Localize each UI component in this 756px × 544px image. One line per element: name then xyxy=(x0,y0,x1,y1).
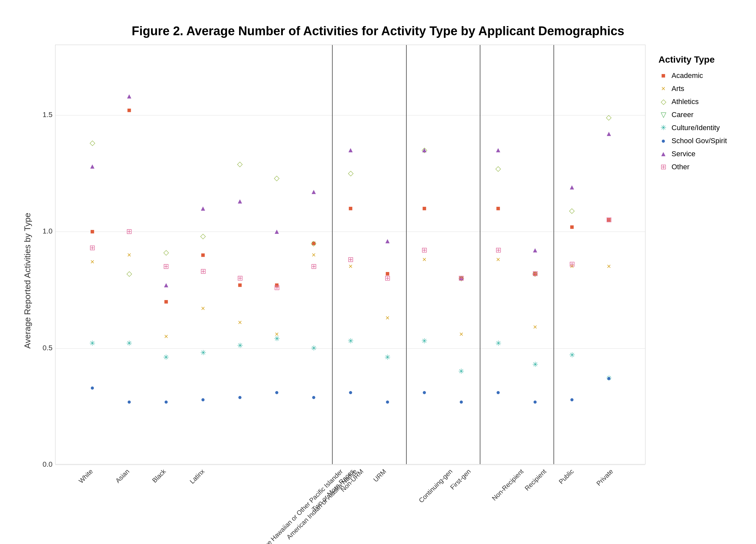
data-point-academic: ■ xyxy=(238,281,242,289)
legend-symbol: ⊞ xyxy=(658,163,668,171)
legend-title: Activity Type xyxy=(658,54,730,65)
data-point-schoolgov: ● xyxy=(275,389,279,396)
data-point-athletics: ◇ xyxy=(569,207,575,214)
data-point-schoolgov: ● xyxy=(385,398,389,405)
y-tick-label: 0.5 xyxy=(42,344,53,352)
data-point-service: ▲ xyxy=(273,228,280,235)
data-point-academic: ■ xyxy=(570,223,574,231)
data-point-service: ▲ xyxy=(126,93,133,100)
data-point-service: ▲ xyxy=(200,205,207,212)
data-point-academic: ■ xyxy=(90,228,94,235)
x-tick-label-recipient: Recipient xyxy=(523,468,548,492)
data-point-service: ▲ xyxy=(568,184,576,191)
legend-symbol: ● xyxy=(658,137,668,145)
legend-item: ▽Career xyxy=(658,111,730,119)
data-point-arts: × xyxy=(311,251,316,259)
data-point-athletics: ◇ xyxy=(495,165,501,172)
data-point-culture: ✳ xyxy=(311,345,317,352)
data-point-other: ⊞ xyxy=(237,275,243,282)
data-point-other: ⊞ xyxy=(421,247,427,254)
data-point-arts: × xyxy=(90,258,95,265)
data-point-athletics: ◇ xyxy=(606,114,612,121)
figure-container: Figure 2. Average Number of Activities f… xyxy=(19,14,737,530)
data-point-service: ▲ xyxy=(421,146,428,154)
data-point-academic: ■ xyxy=(348,205,353,212)
data-point-culture: ✳ xyxy=(126,340,132,347)
data-point-arts: × xyxy=(201,305,205,312)
plot-area: ■×◇✳●▲⊞■×◇✳●▲⊞■×◇✳●▲⊞■×◇✳●▲⊞■×◇✳●▲⊞■×◇✳●… xyxy=(55,45,645,464)
x-tick-label-white: White xyxy=(77,468,94,485)
legend: Activity Type■Academic×Arts◇Athletics▽Ca… xyxy=(652,45,737,517)
chart-with-yaxis: Average Reported Activities by Type 0.00… xyxy=(19,45,652,517)
data-point-schoolgov: ● xyxy=(311,394,316,401)
data-point-service: ▲ xyxy=(495,146,502,154)
data-point-culture: ✳ xyxy=(385,354,390,361)
data-point-schoolgov: ● xyxy=(164,398,168,405)
x-tick-label-nonrecipient: Non-Recipient xyxy=(491,468,525,502)
x-tick-label-public: Public xyxy=(557,468,575,486)
data-point-academic: ■ xyxy=(496,205,500,212)
y-tick-labels: 0.00.51.01.5 xyxy=(36,45,55,464)
data-point-schoolgov: ● xyxy=(201,396,205,403)
data-point-culture: ✳ xyxy=(163,354,169,361)
data-point-culture: ✳ xyxy=(495,340,501,347)
data-point-athletics: ◇ xyxy=(311,240,316,247)
data-point-arts: × xyxy=(238,319,242,326)
legend-label: Other xyxy=(672,163,689,171)
legend-item: ●School Gov/Spirit xyxy=(658,137,730,145)
x-tick-label-private: Private xyxy=(595,468,614,487)
data-point-other: ⊞ xyxy=(458,275,464,282)
legend-label: Academic xyxy=(672,71,703,80)
chart-area: Average Reported Activities by Type 0.00… xyxy=(19,45,737,530)
data-point-service: ▲ xyxy=(605,130,612,137)
legend-symbol: ✳ xyxy=(658,124,668,132)
data-point-academic: ■ xyxy=(201,251,205,259)
data-point-service: ▲ xyxy=(236,198,244,205)
x-tick-label-nativehawaiian: Native Hawaiian or Other Pacific Islande… xyxy=(255,468,344,544)
legend-label: Career xyxy=(672,111,693,119)
data-point-athletics: ◇ xyxy=(127,270,132,277)
data-point-athletics: ◇ xyxy=(163,249,169,256)
legend-item: ■Academic xyxy=(658,71,730,80)
data-point-schoolgov: ● xyxy=(496,389,500,396)
data-point-culture: ✳ xyxy=(569,352,575,359)
grid-line-horizontal xyxy=(55,232,645,232)
data-point-culture: ✳ xyxy=(200,349,206,356)
legend-symbol: ▽ xyxy=(658,111,668,119)
legend-item: ◇Athletics xyxy=(658,98,730,106)
data-point-academic: ■ xyxy=(164,298,168,305)
data-point-athletics: ◇ xyxy=(348,170,354,177)
data-point-arts: × xyxy=(422,256,427,263)
data-point-schoolgov: ● xyxy=(238,394,242,401)
data-point-academic: ■ xyxy=(127,107,131,114)
data-point-service: ▲ xyxy=(347,146,354,154)
legend-label: Culture/Identity xyxy=(672,124,720,132)
data-point-other: ⊞ xyxy=(385,275,390,282)
x-tick-label-urm: URM xyxy=(372,468,387,483)
data-point-culture: ✳ xyxy=(458,368,464,375)
data-point-schoolgov: ● xyxy=(607,375,611,382)
data-point-culture: ✳ xyxy=(237,342,243,349)
grid-line-horizontal xyxy=(55,115,645,115)
data-point-arts: × xyxy=(127,251,131,259)
data-point-schoolgov: ● xyxy=(127,398,131,405)
legend-symbol: ▲ xyxy=(658,150,668,158)
data-point-other: ⊞ xyxy=(495,247,501,254)
data-point-arts: × xyxy=(496,256,500,263)
legend-symbol: × xyxy=(658,84,668,93)
data-point-athletics: ◇ xyxy=(237,160,243,168)
data-point-culture: ✳ xyxy=(532,361,538,368)
x-tick-label-continuinggen: Continuing-gen xyxy=(417,468,454,504)
data-point-schoolgov: ● xyxy=(90,384,94,391)
data-point-arts: × xyxy=(349,263,353,270)
data-point-arts: × xyxy=(164,333,168,340)
figure-title: Figure 2. Average Number of Activities f… xyxy=(132,24,624,38)
y-tick-label: 1.0 xyxy=(42,227,53,235)
data-point-other: ⊞ xyxy=(311,263,317,270)
x-axis-area: WhiteAsianBlackLatinxNative Hawaiian or … xyxy=(36,464,645,517)
grid-line-vertical xyxy=(332,45,333,464)
x-tick-label-asian: Asian xyxy=(114,468,131,485)
data-point-culture: ✳ xyxy=(348,338,354,345)
data-point-arts: × xyxy=(533,324,537,331)
legend-symbol: ◇ xyxy=(658,98,668,106)
